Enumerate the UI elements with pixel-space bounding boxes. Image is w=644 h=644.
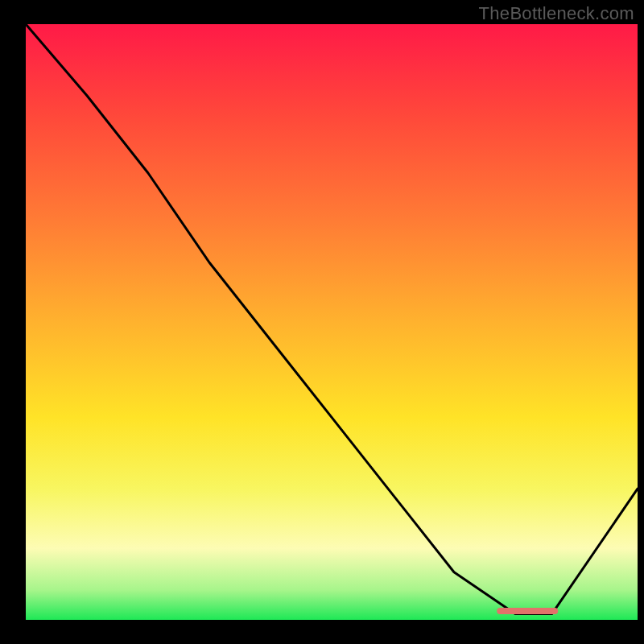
optimal-marker [497, 608, 558, 614]
plot-background [26, 24, 638, 620]
bottleneck-chart [0, 0, 644, 644]
chart-frame: { "watermark": "TheBottleneck.com", "col… [0, 0, 644, 644]
